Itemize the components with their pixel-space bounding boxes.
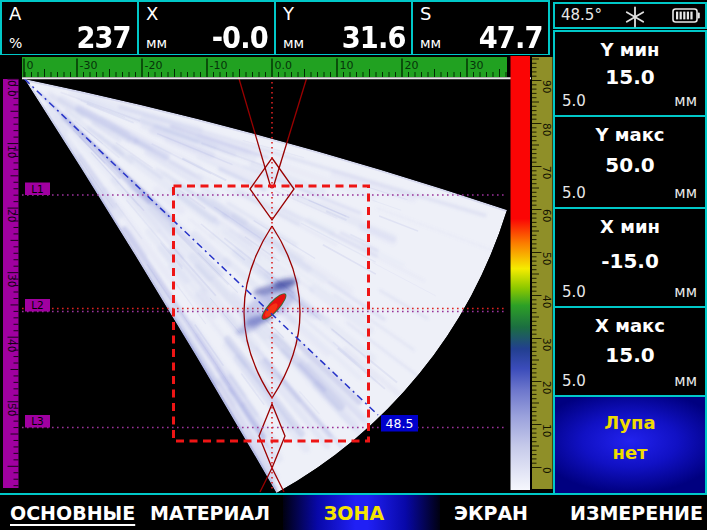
param-title: X мин [555,216,705,237]
menu-bar: ОСНОВНЫЕ МАТЕРИАЛ ЗОНА ЭКРАН ИЗМЕРЕНИЕ [0,495,707,530]
param-box-xmax[interactable]: X макс 15.0 5.0 мм [553,306,707,397]
measure-box-y: Y мм 31.6 [274,0,413,56]
magnifier-box[interactable]: Лупа нет [553,395,707,497]
param-box-ymin[interactable]: Y мин 15.0 5.0 мм [553,30,707,117]
depth-ruler: 0.01020304050 [3,79,19,488]
x-ruler-label: -30 [80,59,98,72]
depth-ruler-label: 40 [6,339,18,352]
freeze-asterisk-icon [623,5,647,33]
param-value: 15.0 [555,343,705,367]
amp-ruler-label: 40 [541,295,553,308]
param-box-xmin[interactable]: X мин -15.0 5.0 мм [553,207,707,308]
measure-value: 237 [77,19,131,55]
measure-unit: мм [283,35,304,51]
param-value: -15.0 [555,249,705,273]
amp-ruler-label: 80 [541,123,553,136]
depth-ruler-label: 0.0 [6,80,18,97]
amp-ruler-label: 70 [541,166,553,179]
magnifier-value: нет [555,442,705,463]
probe-angle-readout: 48.5° [561,6,602,24]
measure-label: X [146,3,158,24]
level-marker-l2: L2 [25,299,50,312]
level-marker-l1: L1 [25,183,50,196]
measure-label: Y [283,3,294,24]
param-step: 5.0 [562,372,586,390]
x-ruler-label: 0 [27,59,34,72]
depth-ruler-label: 50 [6,403,18,416]
measure-box-amplitude: A % 237 [0,0,139,56]
level-marker-label: L1 [31,183,44,195]
amp-ruler-label: 90 [541,80,553,93]
status-box: 48.5° [553,2,707,29]
depth-ruler-label: 30 [6,274,18,287]
measure-value: 47.7 [478,19,542,55]
measure-box-s: S мм 47.7 [411,0,550,56]
param-unit: мм [674,283,697,301]
param-title: Y макс [555,124,705,145]
param-value: 50.0 [555,153,705,177]
measure-label: S [420,3,431,24]
param-step: 5.0 [562,283,586,301]
param-title: X макс [555,315,705,336]
measure-value: -0.0 [212,19,268,55]
param-unit: мм [674,92,697,110]
x-ruler-label: -20 [145,59,163,72]
level-marker-l3: L3 [25,415,50,428]
sector-scan-view[interactable]: L1L2L348.50-30-20-100.01020300.010203040… [0,55,553,493]
param-unit: мм [674,184,697,202]
x-ruler-label: 20 [405,59,419,72]
param-box-ymax[interactable]: Y макс 50.0 5.0 мм [553,115,707,209]
x-ruler-label: 10 [340,59,354,72]
amp-ruler-label: 60 [541,209,553,222]
menu-item-osnovnye[interactable]: ОСНОВНЫЕ [10,502,135,524]
menu-item-ekran[interactable]: ЭКРАН [454,502,528,524]
menu-item-zona[interactable]: ЗОНА [324,502,384,524]
menu-item-izmerenie[interactable]: ИЗМЕРЕНИЕ [570,502,703,524]
x-ruler-label: 0.0 [275,59,293,72]
battery-icon [672,8,700,27]
measure-label: A [9,3,21,24]
x-ruler-label: 30 [470,59,484,72]
depth-ruler-label: 20 [6,209,18,222]
beam-angle-label-text: 48.5 [386,416,414,431]
amp-ruler-label: 30 [541,338,553,351]
amp-ruler: 9080706050403020100 [532,57,553,489]
menu-item-material[interactable]: МАТЕРИАЛ [150,502,270,524]
beam-angle-label: 48.5 [381,415,418,432]
param-step: 5.0 [562,92,586,110]
measure-unit: мм [420,35,441,51]
amp-ruler-label: 10 [541,424,553,437]
measure-value: 31.6 [341,19,405,55]
param-unit: мм [674,372,697,390]
depth-ruler-label: 10 [6,145,18,158]
level-marker-label: L3 [31,415,44,427]
param-title: Y мин [555,39,705,60]
param-value: 15.0 [555,65,705,89]
amp-ruler-label: 0 [541,467,553,474]
level-marker-label: L2 [31,299,44,311]
measure-unit: мм [146,35,167,51]
amp-ruler-label: 50 [541,252,553,265]
measure-box-x: X мм -0.0 [137,0,276,56]
param-step: 5.0 [562,184,586,202]
x-ruler-label: -10 [210,59,228,72]
magnifier-title: Лупа [555,412,705,433]
flaw-detector-screen: A % 237 X мм -0.0 Y мм 31.6 S мм 47.7 48… [0,0,707,530]
measure-unit: % [9,35,22,51]
amplitude-colorbar [511,56,531,490]
amp-ruler-label: 20 [541,381,553,394]
x-ruler: 0-30-20-100.0102030 [22,57,507,77]
